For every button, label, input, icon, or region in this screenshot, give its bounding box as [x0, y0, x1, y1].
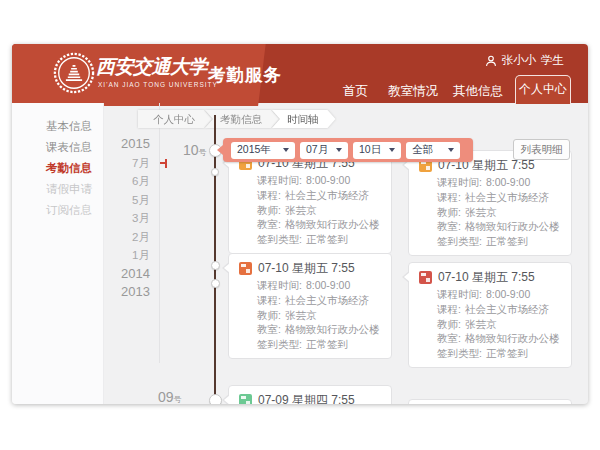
app-header: 西安交通大学 XI'AN JIAO TONG UNIVERSITY 考勤服务 张… [12, 44, 588, 103]
timeline-year[interactable]: 2014 [104, 265, 159, 284]
timeline-dot [211, 279, 220, 288]
current-month-marker-icon [160, 159, 167, 168]
sidebar-item-schedule-info[interactable]: 课表信息 [12, 137, 103, 158]
sidebar-item-attendance-info[interactable]: 考勤信息 [12, 158, 103, 179]
nav-home[interactable]: 首页 [343, 83, 368, 100]
timeline-month[interactable]: 2月 [104, 228, 159, 247]
timeline-month[interactable]: 6月 [104, 172, 159, 191]
timeline-axis [214, 115, 216, 404]
user-role: 学生 [541, 53, 564, 68]
timeline-year[interactable]: 2015 [104, 135, 159, 154]
user-icon [485, 55, 497, 67]
timeline-year[interactable]: 2013 [104, 283, 159, 302]
sidebar: 基本信息 课表信息 考勤信息 请假申请 订阅信息 [12, 103, 104, 404]
attendance-card-partial[interactable] [408, 399, 572, 404]
type-select[interactable]: 全部 [406, 142, 460, 159]
sign-in-type-icon [239, 394, 252, 404]
day-marker-09: 09号 [158, 389, 182, 404]
main-content: 基本信息 课表信息 考勤信息 请假申请 订阅信息 2015 7月 6月 5月 3… [12, 103, 588, 404]
university-name-en: XI'AN JIAO TONG UNIVERSITY [98, 81, 218, 88]
app-title: 考勤服务 [208, 63, 282, 87]
attendance-card[interactable]: 07-10 星期五 7:55 课程时间:8:00-9:00 课程:社会主义市场经… [408, 262, 572, 368]
chevron-down-icon [336, 148, 342, 152]
page-background: 西安交通大学 XI'AN JIAO TONG UNIVERSITY 考勤服务 张… [0, 0, 600, 450]
date-filter-bar: 2015年 07月 10日 全部 [223, 138, 473, 162]
university-logo-icon [53, 52, 95, 94]
timeline-year-month-list: 2015 7月 6月 5月 3月 2月 1月 2014 2013 [104, 103, 160, 363]
timeline-month[interactable]: 5月 [104, 191, 159, 210]
nav-personal-center-active-tab[interactable]: 个人中心 [515, 75, 571, 104]
list-detail-button[interactable]: 列表明细 [513, 139, 570, 160]
breadcrumb-attendance-info[interactable]: 考勤信息 [205, 110, 279, 128]
user-info[interactable]: 张小小 学生 [485, 53, 565, 68]
sign-in-type-icon [239, 262, 252, 275]
nav-classrooms[interactable]: 教室情况 [388, 83, 438, 100]
attendance-card[interactable]: 07-09 星期四 7:55 [228, 385, 392, 404]
timeline-dot [211, 261, 220, 270]
sidebar-item-subscription-info[interactable]: 订阅信息 [12, 200, 103, 221]
sidebar-item-basic-info[interactable]: 基本信息 [12, 116, 103, 137]
attendance-app-window: 西安交通大学 XI'AN JIAO TONG UNIVERSITY 考勤服务 张… [12, 44, 588, 404]
attendance-card[interactable]: 07-10 星期五 7:55 课程时间:8:00-9:00 课程:社会主义市场经… [408, 150, 572, 256]
attendance-card[interactable]: 07-10 星期五 7:55 课程时间:8:00-9:00 课程:社会主义市场经… [228, 253, 392, 359]
day-select[interactable]: 10日 [353, 142, 401, 159]
card-title: 07-10 星期五 7:55 [258, 260, 355, 277]
timeline-month[interactable]: 1月 [104, 246, 159, 265]
timeline-dot [211, 168, 219, 176]
breadcrumb: 个人中心 考勤信息 时间轴 [138, 110, 336, 128]
attendance-card[interactable]: 07-10 星期五 7:55 课程时间:8:00-9:00 课程:社会主义市场经… [228, 148, 392, 254]
timeline-month-current[interactable]: 7月 [104, 154, 159, 173]
university-name-cn: 西安交通大学 [96, 54, 207, 80]
sidebar-item-leave-request[interactable]: 请假申请 [12, 179, 103, 200]
card-title: 07-10 星期五 7:55 [438, 269, 535, 286]
timeline-month[interactable]: 3月 [104, 209, 159, 228]
timeline-dot [209, 394, 222, 405]
breadcrumb-personal-center[interactable]: 个人中心 [138, 110, 212, 128]
chevron-down-icon [448, 148, 454, 152]
chevron-down-icon [389, 148, 395, 152]
day-marker-10: 10号 [183, 142, 207, 158]
breadcrumb-timeline[interactable]: 时间轴 [272, 110, 336, 128]
month-select[interactable]: 07月 [300, 142, 348, 159]
year-select[interactable]: 2015年 [231, 142, 295, 159]
user-name: 张小小 [502, 53, 537, 68]
chevron-down-icon [283, 148, 289, 152]
card-title: 07-09 星期四 7:55 [258, 392, 355, 404]
nav-other-info[interactable]: 其他信息 [453, 83, 503, 100]
sign-in-type-icon [419, 271, 432, 284]
